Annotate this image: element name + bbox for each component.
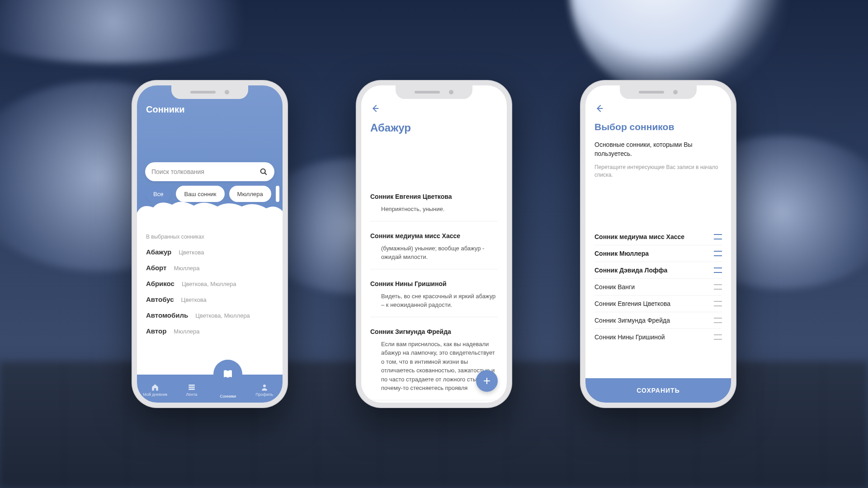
feed-icon (188, 383, 196, 391)
nav-feed[interactable]: Лента (176, 383, 207, 397)
interpretation-item: Сонник Нины Гришиной Видеть, во сне крас… (370, 280, 498, 317)
item-label: Сонник Евгения Цветкова (594, 300, 670, 307)
item-label: Сонник Зигмунда Фрейда (594, 317, 670, 324)
section-caption: В выбранных сонниках (146, 234, 274, 240)
list-item[interactable]: Автор Мюллера (146, 327, 274, 335)
hint-text: Перетащите интересующие Вас записи в нач… (594, 164, 722, 179)
chip-your[interactable]: Ваш сонник (176, 186, 224, 202)
interpretation-item: Сонник Евгения Цветкова Неприятность, ун… (370, 193, 498, 221)
svg-point-0 (261, 169, 265, 174)
word-label: Аборт (146, 264, 166, 272)
word-label: Абрикос (146, 280, 175, 287)
chip-mueller[interactable]: Мюллера (229, 186, 271, 202)
drag-handle-icon[interactable] (714, 284, 722, 290)
nav-label: Мой дневник (143, 392, 167, 397)
svg-rect-4 (189, 389, 195, 390)
list-item[interactable]: Сонник Дэвида Лоффа (594, 262, 722, 279)
drag-handle-icon[interactable] (714, 334, 722, 340)
source-label: Сонник Нины Гришиной (370, 280, 498, 287)
nav-diary[interactable]: Мой дневник (140, 383, 170, 397)
list-item[interactable]: Абрикос Цветкова, Мюллера (146, 280, 274, 287)
search-icon (259, 167, 268, 176)
word-label: Автобус (146, 296, 174, 303)
interpretation-text: Неприятность, уныние. (370, 205, 498, 214)
word-label: Автор (146, 327, 166, 335)
back-button[interactable] (594, 103, 722, 115)
nav-label: Профиль (255, 392, 273, 397)
search-field[interactable] (151, 168, 259, 175)
list-item[interactable]: Абажур Цветкова (146, 248, 274, 256)
list-item[interactable]: Сонник медиума мисс Хассе (594, 229, 722, 245)
word-list-section: В выбранных сонниках Абажур Цветкова Або… (137, 221, 283, 379)
filter-chips: Все Ваш сонник Мюллера (145, 186, 283, 202)
book-icon (222, 369, 233, 380)
phone-mockup-dreambooks: Сонники Все Ваш сонник Мюллера (132, 80, 288, 408)
arrow-left-icon (594, 103, 604, 113)
word-meta: Цветкова (181, 296, 207, 303)
svg-line-1 (265, 173, 267, 175)
chip-partial[interactable] (276, 186, 279, 202)
profile-icon (260, 383, 269, 391)
add-button[interactable]: + (476, 370, 498, 392)
page-title: Абажур (370, 122, 498, 134)
home-icon (151, 383, 159, 391)
svg-rect-2 (189, 385, 195, 386)
word-meta: Цветкова, Мюллера (195, 312, 250, 319)
list-item[interactable]: Автомобиль Цветкова, Мюллера (146, 311, 274, 319)
interpretation-item: Сонник Зигмунда Фрейда Если вам приснило… (370, 328, 498, 400)
drag-handle-icon[interactable] (714, 267, 722, 273)
nav-label: Сонники (220, 394, 236, 399)
drag-handle-icon[interactable] (714, 234, 722, 239)
list-item[interactable]: Сонник Зигмунда Фрейда (594, 312, 722, 329)
list-item[interactable]: Сонник Евгения Цветкова (594, 296, 722, 312)
interpretation-text: (бумажный) уныние; вообще абажур - ожида… (370, 244, 498, 262)
phone-mockup-interpretation: Абажур Сонник Евгения Цветкова Неприятно… (356, 80, 512, 408)
source-label: Сонник медиума мисс Хассе (370, 232, 498, 239)
word-meta: Цветкова, Мюллера (182, 281, 236, 287)
plus-icon: + (483, 374, 491, 388)
cloud-decoration (137, 201, 283, 221)
list-item[interactable]: Сонник Нины Гришиной (594, 329, 722, 345)
word-meta: Мюллера (174, 328, 199, 335)
list-item[interactable]: Сонник Ванги (594, 279, 722, 296)
search-input[interactable] (145, 162, 274, 181)
list-item[interactable]: Автобус Цветкова (146, 296, 274, 303)
list-item[interactable]: Аборт Мюллера (146, 264, 274, 272)
interpretation-text: Видеть, во сне красочный и яркий абажур … (370, 292, 498, 310)
drag-handle-icon[interactable] (714, 301, 722, 306)
source-label: Сонник Евгения Цветкова (370, 193, 498, 200)
item-label: Сонник медиума мисс Хассе (594, 233, 684, 240)
word-meta: Мюллера (174, 265, 199, 272)
page-title: Сонники (146, 104, 274, 115)
item-label: Сонник Мюллера (594, 250, 649, 257)
word-label: Автомобиль (146, 311, 188, 319)
item-label: Сонник Ванги (594, 283, 635, 291)
arrow-left-icon (370, 103, 380, 113)
drag-handle-icon[interactable] (714, 251, 722, 256)
nav-label: Лента (186, 392, 197, 397)
sortable-list: Сонник медиума мисс Хассе Сонник Мюллера… (594, 229, 722, 403)
word-meta: Цветкова (179, 249, 204, 256)
source-label: Сонник Зигмунда Фрейда (370, 328, 498, 335)
back-button[interactable] (370, 103, 498, 115)
header: Сонники Все Ваш сонник Мюллера (137, 85, 283, 221)
nav-profile[interactable]: Профиль (249, 383, 280, 397)
item-label: Сонник Дэвида Лоффа (594, 267, 667, 274)
svg-rect-3 (189, 387, 195, 388)
item-label: Сонник Нины Гришиной (594, 333, 665, 341)
svg-point-5 (263, 385, 266, 387)
word-label: Абажур (146, 248, 171, 256)
subtitle: Основные сонники, которыми Вы пользуетес… (594, 141, 722, 158)
bottom-nav: Мой дневник Лента Сонники Профиль (137, 375, 283, 403)
save-label: СОХРАНИТЬ (637, 387, 679, 394)
drag-handle-icon[interactable] (714, 318, 722, 323)
phone-mockup-selection: Выбор сонников Основные сонники, которым… (580, 80, 736, 408)
interpretation-item: Сонник медиума мисс Хассе (бумажный) уны… (370, 232, 498, 269)
save-button[interactable]: СОХРАНИТЬ (585, 378, 731, 403)
chip-all[interactable]: Все (145, 186, 171, 202)
nav-dreambooks[interactable]: Сонники (212, 381, 243, 399)
list-item[interactable]: Сонник Мюллера (594, 245, 722, 262)
page-title: Выбор сонников (594, 122, 722, 132)
